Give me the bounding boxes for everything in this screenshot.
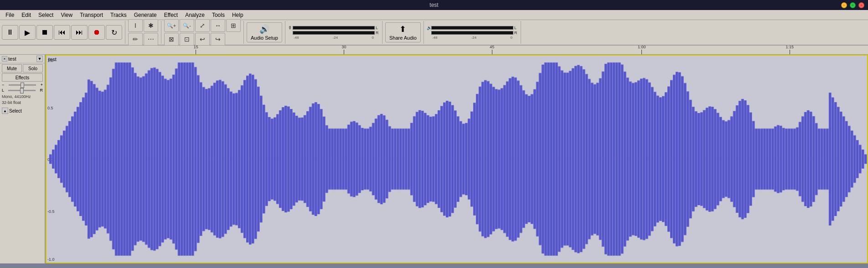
select-row: ▲ Select: [2, 108, 43, 114]
output-vu-bar-l: [431, 26, 513, 30]
solo-button[interactable]: Solo: [23, 64, 43, 72]
input-vu-bar-r: [293, 31, 375, 35]
effects-button[interactable]: Effects: [2, 73, 43, 82]
menu-item-transport[interactable]: Transport: [76, 11, 107, 19]
track-dropdown-button[interactable]: ▼: [36, 56, 43, 62]
zoom-toggle-button[interactable]: ↔: [211, 19, 225, 32]
pan-row: L R: [2, 88, 43, 93]
vu-l-label: L: [376, 26, 379, 30]
draw-tool-button[interactable]: ✏: [128, 33, 143, 46]
menu-bar: FileEditSelectViewTransportTracksGenerat…: [0, 10, 868, 20]
select-label: Select: [9, 108, 22, 113]
share-audio-group: ⬆ Share Audio: [385, 21, 424, 44]
gain-minus-label: −: [2, 82, 4, 87]
share-audio-label: Share Audio: [389, 35, 417, 41]
stop-button[interactable]: ⏹: [36, 25, 53, 40]
tick-line-30: [344, 50, 344, 54]
output-vu-bar-r: [431, 31, 513, 35]
track-controls: Mute Solo Effects − + L: [0, 63, 45, 263]
gain-row: − +: [2, 82, 43, 87]
menu-item-effect[interactable]: Effect: [160, 11, 181, 19]
gain-slider-thumb[interactable]: [21, 82, 24, 88]
bottom-area: [0, 263, 868, 268]
ruler-tick-15: 15: [194, 46, 198, 54]
maximize-button[interactable]: +: [850, 2, 856, 8]
input-vu-bar-l: [293, 26, 375, 30]
skip-forward-button[interactable]: ⏭: [71, 25, 88, 40]
menu-item-select[interactable]: Select: [35, 11, 57, 19]
play-button[interactable]: ▶: [19, 25, 36, 40]
output-vu-scale: -48-240: [431, 36, 513, 40]
zoom-in-button[interactable]: 🔍+: [164, 19, 179, 32]
mute-solo-row: Mute Solo: [2, 64, 43, 72]
skip-back-button[interactable]: ⏮: [54, 25, 70, 40]
selection-tool-button[interactable]: I: [128, 19, 143, 32]
pan-slider[interactable]: [8, 90, 36, 91]
menu-item-view[interactable]: View: [57, 11, 76, 19]
waveform-canvas[interactable]: [46, 56, 867, 263]
minimize-button[interactable]: −: [841, 2, 847, 8]
record-button[interactable]: ⏺: [88, 25, 105, 40]
multitool-button[interactable]: ✱: [144, 19, 158, 32]
zoom-extra-button[interactable]: ⊞: [226, 19, 241, 32]
audio-setup-icon: 🔊: [259, 24, 269, 34]
audio-setup-button[interactable]: 🔊 Audio Setup: [247, 22, 282, 42]
gain-slider[interactable]: [9, 84, 36, 86]
gain-plus-label: +: [41, 82, 43, 87]
envelope-tool-button[interactable]: ⋯: [144, 33, 158, 46]
audio-setup-group: 🔊 Audio Setup: [247, 21, 285, 44]
tool-group-1: I ✱ ✏ ⋯: [128, 21, 161, 44]
output-vu-group: 🔊 L R -48-240: [427, 21, 521, 44]
toolbar: ⏸ ▶ ⏹ ⏮ ⏭ ⏺ ↻ I ✱ ✏ ⋯ 🔍+ 🔍- ⤢ ↔: [0, 20, 868, 46]
redo-button[interactable]: ↪: [211, 33, 225, 46]
tick-label-30: 30: [341, 46, 346, 49]
share-audio-icon: ⬆: [399, 24, 406, 34]
title-bar: test − + ×: [0, 0, 868, 10]
silence-tool-button[interactable]: ⊡: [180, 33, 194, 46]
app-title: test: [429, 2, 438, 8]
undo-button[interactable]: ↩: [195, 33, 210, 46]
track-info-line1: Mono, 44100Hz: [2, 94, 43, 100]
ruler-tick-100: 1:00: [638, 46, 646, 54]
close-button[interactable]: ×: [858, 2, 864, 8]
menu-item-file[interactable]: File: [2, 11, 18, 19]
tick-line-45: [492, 50, 492, 54]
ruler-tick-45: 45: [490, 46, 494, 54]
tick-label-15: 15: [194, 46, 198, 49]
input-vu-group: 🎙 L R -48-240: [288, 21, 382, 44]
menu-item-edit[interactable]: Edit: [18, 11, 35, 19]
track-name: test: [8, 56, 36, 62]
menu-item-analyze[interactable]: Analyze: [181, 11, 208, 19]
track-header: × test ▼ Mute Solo Effects − + L: [0, 55, 46, 263]
output-vu-meter: 🔊 L R -48-240: [427, 26, 518, 40]
track-area: × test ▼ Mute Solo Effects − + L: [0, 55, 868, 263]
input-vu-meter: 🎙 L R -48-240: [288, 26, 379, 40]
waveform-track-label: test: [48, 57, 57, 62]
transport-controls: ⏸ ▶ ⏹ ⏮ ⏭ ⏺ ↻: [2, 21, 125, 44]
mute-button[interactable]: Mute: [2, 64, 22, 72]
pan-slider-thumb[interactable]: [20, 88, 24, 93]
audio-setup-label: Audio Setup: [251, 35, 278, 41]
track-close-button[interactable]: ×: [2, 56, 7, 62]
tick-line-15: [196, 50, 196, 54]
zoom-out-button[interactable]: 🔍-: [180, 19, 194, 32]
share-audio-button[interactable]: ⬆ Share Audio: [385, 22, 421, 42]
track-waveform[interactable]: test: [46, 55, 868, 263]
gain-slider-container: [5, 84, 39, 86]
menu-item-generate[interactable]: Generate: [130, 11, 160, 19]
menu-item-tracks[interactable]: Tracks: [107, 11, 130, 19]
vu-speaker-icon: 🔊: [427, 26, 430, 30]
fit-view-button[interactable]: ⤢: [195, 19, 210, 32]
pan-slider-container: [5, 90, 39, 91]
menu-item-tools[interactable]: Tools: [208, 11, 228, 19]
pause-button[interactable]: ⏸: [2, 25, 18, 40]
trim-tool-button[interactable]: ⊠: [164, 33, 179, 46]
collapse-button[interactable]: ▲: [2, 108, 8, 114]
tick-label-100: 1:00: [638, 46, 646, 49]
pan-right-label: R: [40, 88, 43, 93]
vu-mic-icon: 🎙: [288, 26, 292, 30]
ruler-inner: 15 30 45 1:00 1:15: [46, 46, 868, 54]
menu-item-help[interactable]: Help: [228, 11, 247, 19]
loop-button[interactable]: ↻: [106, 25, 122, 40]
vu-r-label: R: [376, 31, 379, 35]
